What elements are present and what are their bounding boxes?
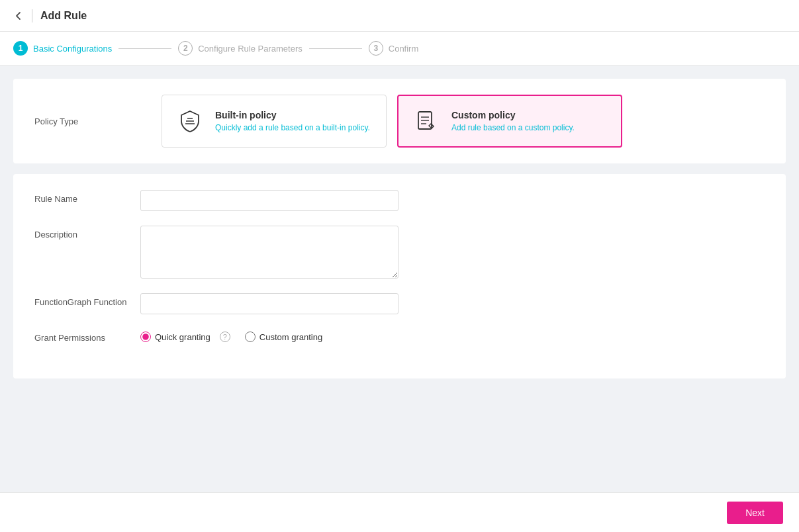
rule-name-input[interactable] xyxy=(140,190,399,211)
custom-granting-label: Custom granting xyxy=(259,332,322,342)
description-label: Description xyxy=(34,226,140,240)
functiongraph-label: FunctionGraph Function xyxy=(34,293,140,307)
custom-granting-radio[interactable] xyxy=(245,332,256,342)
grant-permissions-row: Grant Permissions Quick granting ? Custo… xyxy=(34,329,765,343)
grant-permissions-label: Grant Permissions xyxy=(34,329,140,343)
header-divider xyxy=(32,9,32,22)
stepper: 1 Basic Configurations 2 Configure Rule … xyxy=(0,32,799,66)
custom-policy-desc: Add rule based on a custom policy. xyxy=(451,123,575,132)
form-card: Rule Name Description FunctionGraph Func… xyxy=(13,174,786,378)
builtin-policy-option[interactable]: Built-in policy Quickly add a rule based… xyxy=(162,95,387,148)
custom-policy-text: Custom policy Add rule based on a custom… xyxy=(451,110,575,132)
quick-granting-label: Quick granting xyxy=(155,332,211,342)
rule-name-label: Rule Name xyxy=(34,190,140,204)
step-3-label: Confirm xyxy=(389,44,419,54)
functiongraph-row: FunctionGraph Function xyxy=(34,293,765,314)
description-row: Description xyxy=(34,226,765,279)
step-2-label: Configure Rule Parameters xyxy=(198,44,303,54)
policy-type-label: Policy Type xyxy=(34,116,140,126)
step-1-circle: 1 xyxy=(13,41,28,56)
builtin-policy-desc: Quickly add a rule based on a built-in p… xyxy=(215,123,370,132)
description-input[interactable] xyxy=(140,226,399,279)
step-2-circle: 2 xyxy=(178,41,193,56)
step-2: 2 Configure Rule Parameters xyxy=(178,41,303,56)
step-3: 3 Confirm xyxy=(369,41,419,56)
custom-granting-option[interactable]: Custom granting xyxy=(245,332,322,342)
policy-type-card: Policy Type Built-in policy Qui xyxy=(13,79,786,163)
grant-permissions-group: Quick granting ? Custom granting xyxy=(140,329,322,342)
next-button[interactable]: Next xyxy=(727,502,783,524)
policy-type-row: Policy Type Built-in policy Qui xyxy=(34,95,765,148)
step-1: 1 Basic Configurations xyxy=(13,41,112,56)
custom-policy-option[interactable]: Custom policy Add rule based on a custom… xyxy=(397,95,622,148)
custom-policy-icon xyxy=(412,107,441,136)
policy-options: Built-in policy Quickly add a rule based… xyxy=(162,95,622,148)
page-header: Add Rule xyxy=(0,0,799,32)
step-3-circle: 3 xyxy=(369,41,383,56)
custom-policy-title: Custom policy xyxy=(451,110,575,120)
builtin-policy-text: Built-in policy Quickly add a rule based… xyxy=(215,110,370,132)
quick-granting-option[interactable]: Quick granting xyxy=(140,332,211,342)
main-content: Policy Type Built-in policy Qui xyxy=(0,66,799,392)
builtin-policy-title: Built-in policy xyxy=(215,110,370,120)
rule-name-row: Rule Name xyxy=(34,190,765,211)
step-connector-2 xyxy=(309,48,362,49)
step-1-label: Basic Configurations xyxy=(33,44,112,54)
page-footer: Next xyxy=(0,492,799,532)
back-button[interactable] xyxy=(13,11,24,21)
functiongraph-input[interactable] xyxy=(140,293,399,314)
quick-granting-radio[interactable] xyxy=(140,332,151,342)
step-connector-1 xyxy=(118,48,171,49)
help-icon[interactable]: ? xyxy=(220,332,230,342)
builtin-policy-icon xyxy=(175,107,205,136)
page-title: Add Rule xyxy=(40,10,87,22)
